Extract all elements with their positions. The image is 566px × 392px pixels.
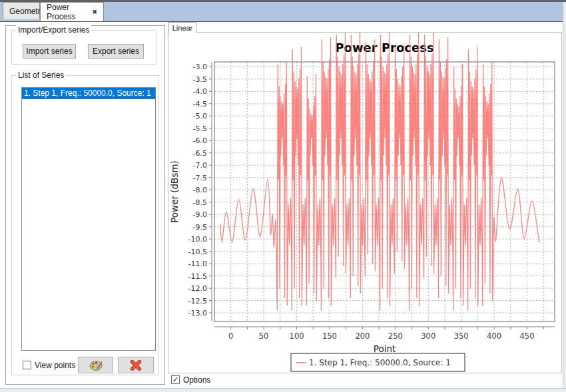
y-tick-label: -7.0 [193,161,207,170]
y-tick-label: -4.0 [193,87,207,96]
y-tick-label: -8.5 [193,198,207,207]
tab-linear-label: Linear [172,24,193,32]
x-tick-label: 350 [454,331,469,341]
view-points-checkbox[interactable] [23,361,31,369]
y-tick-label: -5.5 [193,124,207,133]
tab-geometry[interactable]: Geometry [3,2,40,19]
y-tick-label: -6.0 [193,136,207,145]
window-bottom-edge [0,388,566,392]
y-tick-label: -8.0 [193,186,207,194]
y-tick-label: -5.0 [193,112,207,120]
tab-power-process-label: Power Process [47,3,87,21]
options-checkbox[interactable]: ✓ [171,375,180,384]
chart-title: Power Process [335,41,433,55]
tabstrip-underline [0,21,566,22]
y-tick-label: -11.0 [188,260,207,268]
x-tick-label: 150 [322,331,337,341]
window-right-edge [563,2,566,392]
y-axis-title: Power (dBsm) [169,160,180,223]
import-export-group-title: Import/Export series [16,25,91,35]
y-tick-label: -10.0 [188,235,207,244]
x-tick-label: 300 [421,331,435,341]
tab-linear[interactable]: Linear [168,22,196,33]
list-of-series-group-title: List of Series [16,71,66,80]
x-tick-label: 450 [520,331,535,341]
y-tick-label: -9.0 [193,210,207,219]
delete-series-button[interactable] [118,357,154,373]
view-points-label: View points [35,361,75,370]
import-series-button[interactable]: Import series [23,44,76,59]
x-tick-label: 0 [228,331,233,341]
tab-close-icon[interactable]: ✖ [92,9,97,15]
y-tick-label: -4.5 [193,100,207,108]
y-tick-label: -13.0 [188,309,207,317]
y-tick-label: -11.5 [188,272,207,281]
x-tick-label: 400 [487,331,501,341]
series-listbox[interactable]: 1. Step 1, Freq.: 50000.0, Source: 1 [21,87,156,351]
y-tick-label: -12.0 [188,284,207,293]
series-list-item[interactable]: 1. Step 1, Freq.: 50000.0, Source: 1 [22,88,155,99]
legend-label: 1. Step 1, Freq.: 50000.0, Source: 1 [309,358,451,367]
palette-icon [89,359,103,371]
chart-page: -3.0-3.5-4.0-4.5-5.0-5.5-6.0-6.5-7.0-7.5… [168,32,562,373]
export-series-label: Export series [93,47,139,56]
series-line [220,33,539,310]
y-tick-label: -10.5 [188,248,207,256]
power-process-chart: -3.0-3.5-4.0-4.5-5.0-5.5-6.0-6.5-7.0-7.5… [168,33,561,373]
check-mark-icon: ✓ [172,376,178,383]
export-series-button[interactable]: Export series [88,44,144,59]
x-tick-label: 50 [259,331,269,341]
y-tick-label: -9.5 [193,223,207,232]
y-tick-label: -7.5 [193,174,207,182]
x-tick-label: 250 [388,331,403,341]
options-label: Options [183,375,210,385]
red-x-icon [130,360,142,371]
tab-geometry-label: Geometry [9,7,45,16]
series-color-button[interactable] [78,357,113,373]
x-tick-label: 200 [355,331,370,341]
import-series-label: Import series [26,47,72,56]
y-tick-label: -3.0 [193,63,207,71]
y-tick-label: -12.5 [188,297,207,305]
y-tick-label: -3.5 [193,75,207,84]
series-side-panel: Import/Export series Import series Expor… [5,25,165,385]
x-tick-label: 100 [290,331,304,341]
y-tick-label: -6.5 [193,149,207,158]
tab-power-process[interactable]: Power Process ✖ [40,2,104,21]
x-axis-title: Point [374,343,396,354]
app-window: Geometry Power Process ✖ Import/Export s… [0,0,566,392]
